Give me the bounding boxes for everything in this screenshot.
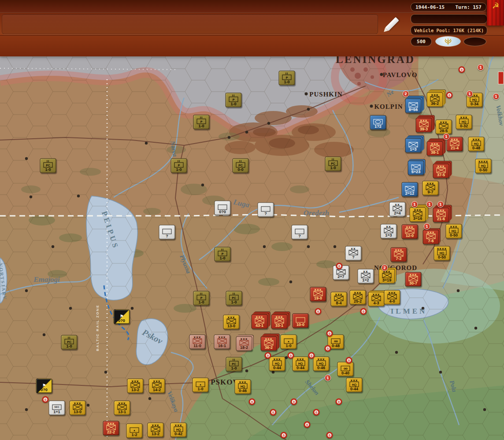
status-badge[interactable]: 0 [326,432,333,439]
unit-counter[interactable]: ? [258,203,274,217]
unit-counter[interactable]: XXX7-2 [391,248,407,262]
status-badge[interactable]: 0 [313,409,320,416]
map-viewport[interactable]: LENINGRADPAVLOVOPUSHKINKOLPINNeNarvaLuga… [0,0,504,440]
status-badge[interactable]: 0 [249,399,256,405]
status-badge[interactable]: 0 [326,330,333,337]
unit-counter[interactable]: XXX4-3 [368,292,385,307]
unit-counter[interactable]: 0?0 [215,201,231,215]
resource-counter[interactable]: 500 [411,37,432,46]
unit-counter[interactable]: IIP1-0 [215,247,231,262]
unit-counter[interactable]: ⚑0?0 [36,379,52,393]
unit-counter[interactable]: ? [292,225,308,240]
status-badge[interactable]: 0 [315,308,322,315]
unit-counter[interactable]: XXXHQ0-46 [235,380,251,394]
unit-counter[interactable]: XXX39-3 [416,118,432,133]
status-badge[interactable]: 0 [446,92,453,99]
status-badge[interactable]: 0 [281,432,287,439]
unit-counter[interactable]: XXX37-5 [433,164,449,178]
unit-counter[interactable]: 8=56 [405,99,422,113]
status-badge[interactable]: 0 [346,357,352,364]
unit-counter[interactable]: XXX19-0 [310,287,326,302]
unit-counter[interactable]: XXX38-1 [427,141,443,156]
unit-counter[interactable]: XX1=3 [381,224,397,239]
unit-counter[interactable]: XXX9-7 [422,181,439,196]
unit-counter[interactable]: XXX12-0 [402,225,418,239]
status-badge[interactable]: 0 [42,396,49,403]
status-badge[interactable]: 1 [467,91,473,97]
status-badge[interactable]: 1 [478,64,484,71]
unit-counter[interactable]: XXXHQ0-48 [468,137,485,152]
unit-counter[interactable]: XXX13-0 [70,401,86,415]
status-badge[interactable]: 0 [325,345,331,352]
unit-counter[interactable]: 2=12 [402,182,418,197]
unit-counter[interactable]: XXX22-2 [103,421,119,436]
status-badge[interactable]: 1 [411,201,418,208]
unit-counter[interactable]: XXX13-2 [127,379,144,393]
unit-counter[interactable]: XXX33-1 [271,314,288,329]
unit-counter[interactable]: IIPC1-0 [61,335,78,350]
status-badge[interactable]: 2 [403,91,409,97]
unit-counter[interactable]: XXX14-2 [149,379,165,393]
unit-counter[interactable]: ▲1-2 [126,424,143,438]
unit-counter[interactable]: IIP1-0 [226,93,242,107]
unit-counter[interactable]: XXXHQ0-44 [269,357,285,371]
unit-counter[interactable]: XXX3=16 [410,207,426,222]
unit-counter[interactable]: XXX21-6 [433,208,449,222]
unit-counter[interactable]: XXX4-0 [384,290,400,305]
unit-counter[interactable]: XXX13-2 [148,423,164,437]
unit-counter[interactable]: 1=3 [405,138,422,153]
unit-counter[interactable]: XXX36-2 [261,336,277,351]
unit-counter[interactable]: XXX36-2 [427,92,443,107]
status-badge[interactable]: 0 [360,308,367,315]
status-badge[interactable]: 0 [308,352,315,359]
supply-button[interactable] [435,36,461,47]
status-badge[interactable]: 0 [288,352,294,359]
unit-counter[interactable]: ▲1-0 [281,335,297,349]
status-badge[interactable]: 1 [325,375,331,381]
unit-counter[interactable]: XXX30-7 [405,272,422,287]
unit-counter[interactable]: 5=23 [408,161,424,175]
unit-counter[interactable]: 10-0 [293,314,309,328]
unit-counter[interactable]: IIP1-0 [279,71,295,85]
status-badge[interactable]: 0 [336,263,343,270]
edit-mode-button[interactable] [382,14,403,33]
unit-counter[interactable]: XXXHQ0-42 [170,423,187,437]
unit-counter[interactable]: XX? [345,246,362,261]
unit-counter[interactable]: ⚑0?0 [114,310,130,324]
unit-counter[interactable]: XXX7-6 [423,230,439,244]
unit-counter[interactable]: XXX25-2 [350,290,366,305]
unit-counter[interactable]: XXX16-1 [214,335,230,349]
unit-counter[interactable]: IIP1-0 [171,159,187,173]
unit-counter[interactable]: oo0-40 [337,362,354,377]
unit-counter[interactable]: 1?2 [370,115,386,130]
unit-counter[interactable]: XXXHQ0-44 [346,378,363,392]
unit-counter[interactable]: ? [159,225,175,240]
unit-counter[interactable]: IIP1-0 [193,291,210,306]
status-badge[interactable]: 1 [443,133,450,140]
unit-counter[interactable]: XXXHQ0-32 [456,115,472,129]
unit-counter[interactable]: XXXHQ0-46 [313,357,330,371]
unit-counter[interactable]: IIPC1-0 [226,291,242,306]
status-badge[interactable]: 0 [291,399,297,405]
unit-counter[interactable]: XXX8-4 [331,292,347,307]
status-badge[interactable]: 1 [426,201,433,208]
unit-counter[interactable]: XXX18-2 [236,336,252,351]
unit-counter[interactable]: XXXHQ0-44 [293,357,309,371]
status-badge[interactable]: 2 [382,265,388,271]
unit-counter[interactable]: XXXHQ0-50 [446,224,462,239]
unit-counter[interactable]: XXX13-0 [223,315,240,329]
status-badge[interactable]: 1 [437,201,444,208]
unit-counter[interactable]: IIPC1-0 [40,159,56,173]
unit-counter[interactable]: ▲1-0 [193,378,209,392]
status-badge[interactable]: 0 [265,352,271,359]
status-badge[interactable]: 0 [304,422,311,428]
status-badge[interactable]: 0 [459,67,465,73]
status-badge[interactable]: 1 [424,223,430,230]
unit-counter[interactable]: XXX43-1 [252,314,268,329]
status-badge[interactable]: 0 [336,399,342,405]
unit-counter[interactable]: IIPC1-0 [226,357,242,372]
unit-counter[interactable]: XXX13-1 [114,401,130,415]
unit-counter[interactable]: XXX11-0 [189,335,206,349]
unit-counter[interactable]: XX1=2 [358,269,374,284]
empty-indicator[interactable] [463,37,486,46]
